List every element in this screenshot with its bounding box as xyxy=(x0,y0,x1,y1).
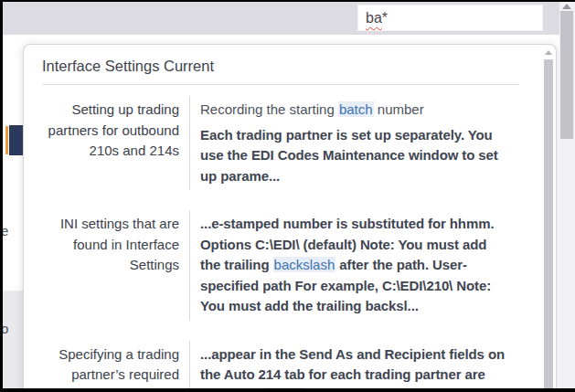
result-title-pre: Recording the starting xyxy=(200,101,338,117)
search-term-highlight: backslash xyxy=(273,257,336,272)
background-heading-fragment xyxy=(9,125,23,155)
result-topic-label: Setting up trading partners for outbound… xyxy=(42,96,189,190)
search-result-row[interactable]: Specifying a trading partner’s required … xyxy=(42,341,519,392)
result-topic-label: Specifying a trading partner’s required … xyxy=(42,341,189,392)
page-scrollbar-thumb[interactable] xyxy=(560,11,573,139)
search-input[interactable]: ba* xyxy=(357,5,543,31)
title-divider xyxy=(42,84,519,85)
search-term-highlight: batch xyxy=(338,101,374,117)
result-snippet: ...appear in the Send As and Recipient f… xyxy=(200,344,510,392)
frame-border-bottom xyxy=(0,388,575,392)
results-scrollbar[interactable] xyxy=(544,48,553,392)
scroll-up-arrow-icon[interactable] xyxy=(562,4,571,9)
result-title: Recording the starting batch number xyxy=(200,100,510,121)
result-topic-label: INI settings that are found in Interface… xyxy=(42,210,189,321)
result-snippet: ...e-stamped number is substituted for h… xyxy=(200,214,510,317)
result-snippet: Each trading partner is set up separatel… xyxy=(200,125,510,187)
result-content: ...e-stamped number is substituted for h… xyxy=(189,210,519,321)
search-result-row[interactable]: INI settings that are found in Interface… xyxy=(42,210,519,321)
background-accent-bar xyxy=(5,126,8,154)
frame-border-top xyxy=(0,0,575,2)
results-scrollbar-thumb[interactable] xyxy=(544,59,553,392)
frame-border-left xyxy=(0,0,3,392)
search-result-row[interactable]: Setting up trading partners for outbound… xyxy=(42,96,519,190)
result-title-post: number xyxy=(374,101,424,117)
app-topbar: ba* xyxy=(3,2,559,35)
search-results-panel: Interface Settings Current Setting up tr… xyxy=(23,44,557,392)
search-input-trailing-text: * xyxy=(382,10,388,26)
page-scrollbar[interactable] xyxy=(559,0,575,392)
result-content: Recording the starting batch number Each… xyxy=(189,96,519,190)
result-content: ...appear in the Send As and Recipient f… xyxy=(189,341,519,392)
scroll-up-arrow-icon[interactable] xyxy=(545,50,552,55)
search-input-misspelled-text: ba xyxy=(366,10,382,26)
result-snippet-pre: ...appear in the Send As and Recipient f… xyxy=(200,346,505,392)
results-panel-title: Interface Settings Current xyxy=(42,57,519,75)
